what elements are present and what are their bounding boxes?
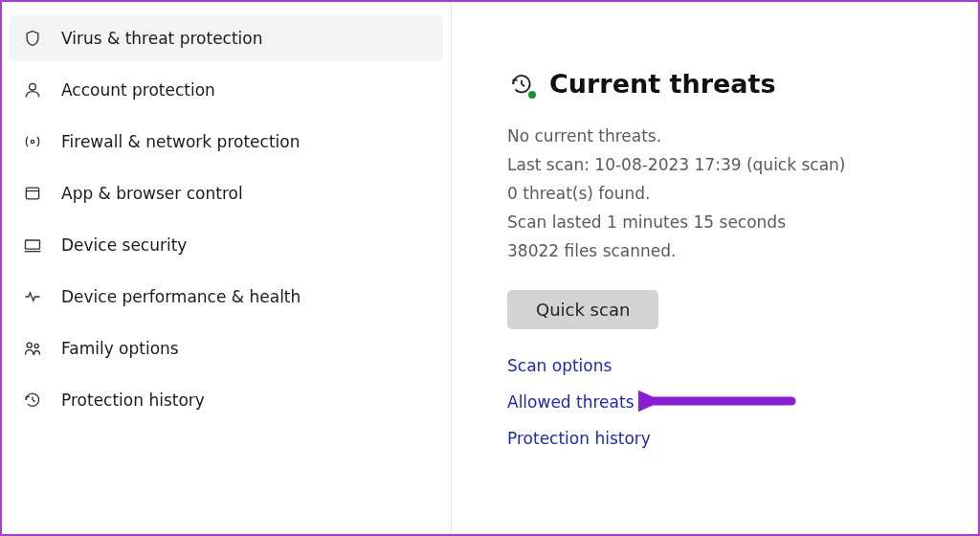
- sidebar-item-firewall[interactable]: Firewall & network protection: [10, 119, 443, 165]
- sidebar-item-account[interactable]: Account protection: [10, 67, 443, 113]
- threat-status-block: No current threats. Last scan: 10-08-202…: [507, 122, 959, 265]
- sidebar-item-label: Device security: [61, 235, 187, 255]
- svg-point-0: [30, 83, 36, 90]
- section-title: Current threats: [549, 69, 775, 99]
- sidebar-item-label: Firewall & network protection: [61, 132, 300, 151]
- sidebar-item-app-browser[interactable]: App & browser control: [10, 170, 443, 216]
- device-icon: [23, 235, 50, 255]
- status-files-scanned: 38022 files scanned.: [507, 236, 959, 265]
- status-scan-duration: Scan lasted 1 minutes 15 seconds: [507, 208, 959, 236]
- app-browser-icon: [23, 184, 50, 203]
- svg-point-6: [27, 343, 32, 347]
- protection-history-link[interactable]: Protection history: [507, 429, 959, 448]
- svg-point-7: [34, 344, 38, 347]
- sidebar-item-label: Protection history: [61, 391, 205, 410]
- sidebar-item-protection-history[interactable]: Protection history: [10, 377, 443, 423]
- firewall-icon: [23, 132, 50, 151]
- main-content: Current threats No current threats. Last…: [452, 2, 978, 534]
- sidebar-item-virus-threat[interactable]: Virus & threat protection: [10, 15, 443, 61]
- sidebar-item-label: Account protection: [61, 80, 215, 100]
- ok-status-badge: [526, 89, 538, 100]
- sidebar-item-label: Family options: [61, 339, 179, 358]
- section-header: Current threats: [507, 69, 959, 99]
- svg-point-1: [31, 140, 33, 143]
- status-no-threats: No current threats.: [507, 122, 959, 150]
- sidebar-item-device-security[interactable]: Device security: [10, 222, 443, 268]
- svg-line-9: [33, 400, 35, 402]
- shield-icon: [23, 29, 50, 48]
- sidebar-item-label: Virus & threat protection: [61, 29, 263, 48]
- svg-line-11: [522, 84, 524, 86]
- svg-rect-4: [26, 240, 40, 249]
- history-icon: [23, 391, 50, 410]
- family-icon: [23, 339, 50, 358]
- status-threats-found: 0 threat(s) found.: [507, 179, 959, 208]
- quick-scan-button[interactable]: Quick scan: [507, 290, 658, 329]
- allowed-threats-link[interactable]: Allowed threats: [507, 392, 959, 412]
- status-last-scan: Last scan: 10-08-2023 17:39 (quick scan): [507, 150, 959, 179]
- sidebar-item-family[interactable]: Family options: [10, 325, 443, 371]
- threats-history-icon: [507, 70, 536, 99]
- health-icon: [23, 287, 50, 306]
- sidebar-item-label: Device performance & health: [61, 287, 301, 306]
- sidebar-item-label: App & browser control: [61, 184, 243, 203]
- account-icon: [23, 80, 50, 100]
- scan-options-link[interactable]: Scan options: [507, 356, 959, 375]
- svg-rect-2: [26, 188, 38, 199]
- sidebar: Virus & threat protection Account protec…: [2, 2, 452, 534]
- sidebar-item-performance-health[interactable]: Device performance & health: [10, 274, 443, 320]
